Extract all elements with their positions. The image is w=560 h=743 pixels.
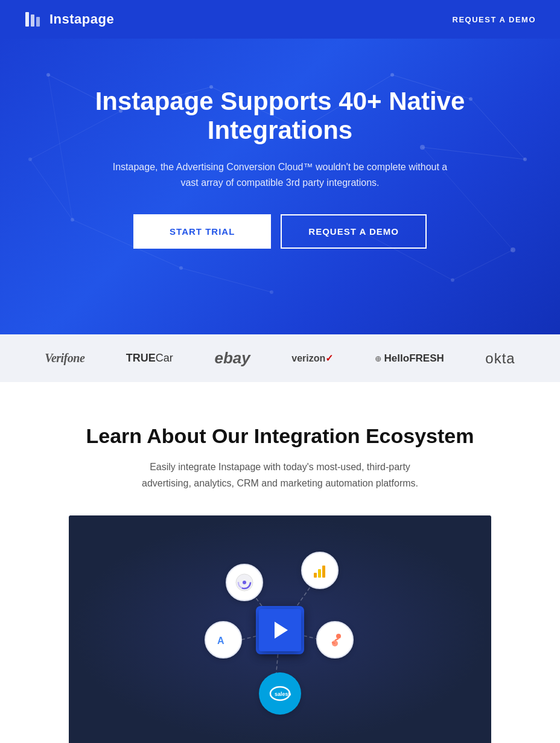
svg-line-29 — [422, 147, 525, 159]
integration-title: Learn About Our Integration Ecosystem — [24, 424, 536, 448]
svg-rect-43 — [318, 569, 321, 578]
svg-rect-44 — [322, 566, 325, 578]
svg-rect-1 — [31, 14, 34, 27]
svg-point-11 — [179, 266, 183, 270]
play-button-container[interactable] — [259, 609, 301, 651]
svg-rect-0 — [25, 12, 29, 27]
play-button[interactable] — [259, 609, 301, 651]
svg-point-3 — [46, 73, 50, 77]
analytics-icon-node — [226, 564, 263, 601]
instapage-logo-icon — [24, 10, 43, 29]
hubspot-icon-node — [316, 621, 354, 658]
request-demo-button[interactable]: REQUEST A DEMO — [281, 214, 427, 249]
svg-text:A: A — [217, 636, 224, 646]
svg-point-13 — [451, 278, 454, 282]
logo-verifone: Verifone — [45, 351, 84, 365]
svg-line-31 — [30, 159, 72, 220]
logo-truecar: TRUECar — [126, 352, 173, 365]
logo-text: Instapage — [49, 11, 114, 27]
svg-text:salesforce: salesforce — [275, 691, 291, 697]
hero-title: Instapage Supports 40+ Native Integratio… — [24, 87, 536, 145]
nav-demo-link[interactable]: REQUEST A DEMO — [453, 15, 536, 24]
svg-line-27 — [453, 250, 513, 280]
salesforce-icon-node: salesforce — [259, 672, 301, 715]
hero-buttons: START TRIAL REQUEST A DEMO — [24, 214, 536, 249]
svg-rect-42 — [314, 573, 317, 578]
logos-strip: Verifone TRUECar ebay verizon✓ ⊕ HelloFR… — [0, 334, 560, 382]
start-trial-button[interactable]: START TRIAL — [133, 214, 271, 249]
svg-point-15 — [270, 290, 273, 294]
svg-line-25 — [181, 268, 272, 292]
svg-point-17 — [420, 145, 425, 150]
logo-verizon: verizon✓ — [291, 352, 333, 364]
video-content: A — [69, 515, 491, 743]
logo-hellofresh: ⊕ HelloFRESH — [375, 352, 444, 365]
video-player: A — [69, 515, 491, 743]
header: Instapage REQUEST A DEMO — [0, 0, 560, 39]
arrow-icon-node: A — [205, 621, 242, 658]
hero-subtitle: Instapage, the Advertising Conversion Cl… — [111, 159, 449, 190]
integration-subtitle: Easily integrate Instapage with today's … — [129, 459, 431, 491]
svg-point-16 — [28, 158, 32, 161]
svg-point-7 — [390, 73, 394, 77]
logo-okta: okta — [485, 350, 515, 367]
svg-rect-2 — [36, 17, 40, 27]
logo-ebay: ebay — [214, 349, 250, 368]
logo-wrapper: Instapage — [24, 10, 114, 29]
svg-point-49 — [336, 634, 341, 639]
svg-line-51 — [335, 639, 339, 640]
svg-point-41 — [243, 581, 246, 584]
integration-section: Learn About Our Integration Ecosystem Ea… — [0, 382, 560, 743]
svg-point-9 — [523, 158, 527, 161]
powerbi-icon-node — [301, 552, 339, 589]
hero-section: Instapage Supports 40+ Native Integratio… — [0, 39, 560, 334]
play-triangle-icon — [275, 622, 288, 639]
